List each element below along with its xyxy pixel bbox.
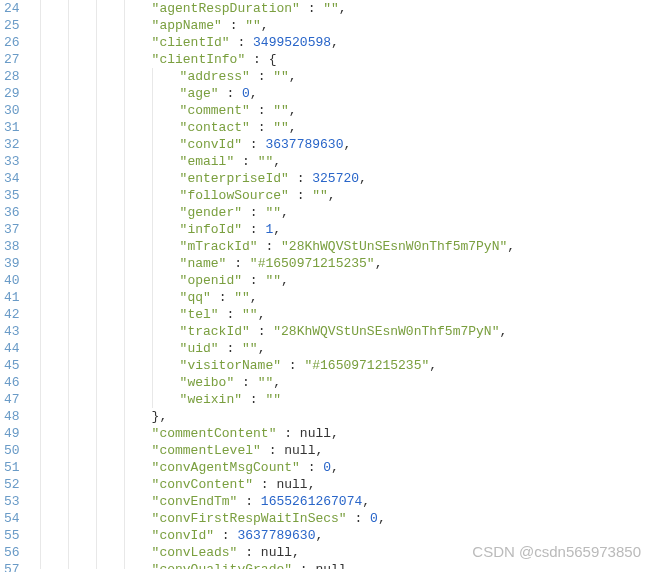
json-value: 0	[323, 460, 331, 475]
json-key: "uid"	[180, 341, 219, 356]
json-comma: ,	[359, 171, 367, 186]
json-value: ""	[242, 341, 258, 356]
code-area[interactable]: "agentRespDuration" : "","appName" : "",…	[38, 0, 651, 572]
json-value: null	[284, 443, 315, 458]
json-colon: :	[276, 426, 299, 441]
json-comma: ,	[347, 562, 355, 569]
json-colon: :	[234, 375, 257, 390]
json-key: "convEndTm"	[152, 494, 238, 509]
json-colon: :	[242, 205, 265, 220]
line-number: 55	[4, 527, 20, 544]
json-value: ""	[242, 307, 258, 322]
line-number: 51	[4, 459, 20, 476]
json-key: "convFirstRespWaitInSecs"	[152, 511, 347, 526]
line-number: 36	[4, 204, 20, 221]
json-value: 3637789630	[265, 137, 343, 152]
json-value: ""	[265, 205, 281, 220]
json-comma: ,	[289, 69, 297, 84]
json-comma: ,	[261, 18, 269, 33]
code-editor: 24252627▾2829303132333435363738394041424…	[0, 0, 651, 572]
json-value: "28KhWQVStUnSEsnW0nThf5m7PyN"	[281, 239, 507, 254]
line-number: 54	[4, 510, 20, 527]
line-number: 56	[4, 544, 20, 561]
line-number: 39	[4, 255, 20, 272]
json-value: ""	[323, 1, 339, 16]
code-line: },	[40, 408, 651, 425]
json-key: "commentLevel"	[152, 443, 261, 458]
line-number: 53	[4, 493, 20, 510]
line-number: 45	[4, 357, 20, 374]
json-key: "infoId"	[180, 222, 242, 237]
json-key: "clientInfo"	[152, 52, 246, 67]
json-colon: :	[300, 460, 323, 475]
json-key: "email"	[180, 154, 235, 169]
code-line: "clientInfo" : {	[40, 51, 651, 68]
json-colon: :	[289, 171, 312, 186]
json-value: "#1650971215235"	[250, 256, 375, 271]
json-key: "appName"	[152, 18, 222, 33]
json-colon: :	[261, 443, 284, 458]
json-key: "mTrackId"	[180, 239, 258, 254]
code-line: "weibo" : "",	[40, 374, 651, 391]
json-comma: ,	[315, 528, 323, 543]
json-value: ""	[273, 69, 289, 84]
json-key: "comment"	[180, 103, 250, 118]
json-value: null	[300, 426, 331, 441]
json-comma: ,	[331, 35, 339, 50]
json-comma: ,	[308, 477, 316, 492]
json-value: ""	[273, 103, 289, 118]
line-number: 27▾	[4, 51, 20, 68]
code-line: "convLeads" : null,	[40, 544, 651, 561]
json-key: "openid"	[180, 273, 242, 288]
json-comma: ,	[292, 545, 300, 560]
json-comma: ,	[375, 256, 383, 271]
json-colon: :	[219, 341, 242, 356]
code-line: "convAgentMsgCount" : 0,	[40, 459, 651, 476]
json-key: "convContent"	[152, 477, 253, 492]
json-colon: :	[226, 256, 249, 271]
code-line: "uid" : "",	[40, 340, 651, 357]
json-value: ""	[245, 18, 261, 33]
code-line: "convId" : 3637789630,	[40, 527, 651, 544]
json-colon: :	[250, 103, 273, 118]
json-comma: ,	[429, 358, 437, 373]
code-line: "email" : "",	[40, 153, 651, 170]
json-comma: ,	[315, 443, 323, 458]
json-key: "convId"	[152, 528, 214, 543]
code-line: "convContent" : null,	[40, 476, 651, 493]
json-comma: ,	[499, 324, 507, 339]
json-comma: ,	[378, 511, 386, 526]
json-key: "weibo"	[180, 375, 235, 390]
code-line: "infoId" : 1,	[40, 221, 651, 238]
line-number-gutter: 24252627▾2829303132333435363738394041424…	[0, 0, 38, 572]
line-number: 29	[4, 85, 20, 102]
json-key: "visitorName"	[180, 358, 281, 373]
json-key: "convAgentMsgCount"	[152, 460, 300, 475]
json-comma: ,	[281, 273, 289, 288]
line-number: 24	[4, 0, 20, 17]
json-key: "clientId"	[152, 35, 230, 50]
json-colon: :	[242, 222, 265, 237]
json-colon: :	[242, 273, 265, 288]
json-value: 1655261267074	[261, 494, 362, 509]
line-number: 38	[4, 238, 20, 255]
line-number: 47	[4, 391, 20, 408]
json-value: null	[276, 477, 307, 492]
json-colon: :	[230, 35, 253, 50]
line-number: 31	[4, 119, 20, 136]
line-number: 49	[4, 425, 20, 442]
json-comma: ,	[273, 375, 281, 390]
json-key: "weixin"	[180, 392, 242, 407]
code-line: "comment" : "",	[40, 102, 651, 119]
json-key: "convQualityGrade"	[152, 562, 292, 569]
line-number: 32	[4, 136, 20, 153]
json-colon: :	[219, 86, 242, 101]
json-colon: :	[300, 1, 323, 16]
code-line: "weixin" : ""	[40, 391, 651, 408]
json-comma: ,	[339, 1, 347, 16]
line-number: 26	[4, 34, 20, 51]
line-number: 35	[4, 187, 20, 204]
code-line: "convFirstRespWaitInSecs" : 0,	[40, 510, 651, 527]
json-comma: ,	[281, 205, 289, 220]
json-value: 3637789630	[237, 528, 315, 543]
